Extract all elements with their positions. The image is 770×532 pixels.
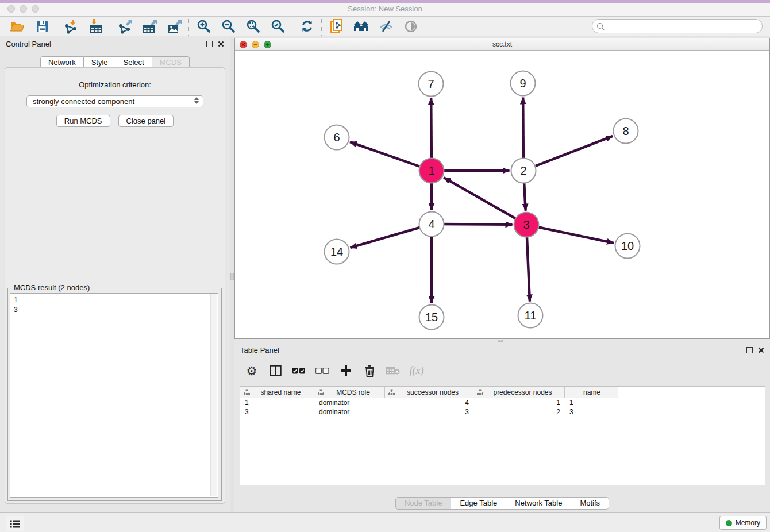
node-label-4: 4	[428, 218, 434, 230]
window-titlebar: Session: New Session	[0, 3, 770, 17]
cell-predecessor-nodes[interactable]: 2	[473, 408, 565, 416]
hide-graphics-details-icon[interactable]	[374, 18, 398, 35]
save-session-icon[interactable]	[29, 18, 54, 35]
toolbar-separator	[56, 17, 57, 36]
table-row[interactable]: 3dominator323	[240, 407, 765, 417]
toolbar-separator	[292, 17, 293, 36]
control-panel: Control Panel NetworkStyleSelectMCDS Opt…	[0, 36, 230, 512]
task-history-button[interactable]	[6, 516, 24, 531]
apply-layout-icon[interactable]	[349, 18, 374, 35]
import-table-icon[interactable]	[83, 18, 108, 35]
column-type-icon	[477, 389, 483, 395]
network-graph[interactable]: 1234678910111415	[235, 50, 769, 338]
result-scrollbar[interactable]	[210, 294, 217, 496]
column-header-name[interactable]: name	[565, 387, 618, 398]
network-window-titlebar[interactable]: scc.txt	[235, 38, 769, 51]
tab-network-table[interactable]: Network Table	[506, 497, 571, 510]
column-header-mcds-role[interactable]: MCDS role	[314, 387, 385, 398]
tab-node-table[interactable]: Node Table	[395, 497, 452, 510]
export-table-icon[interactable]	[137, 18, 162, 35]
toggle-panel-icon[interactable]	[268, 363, 282, 378]
node-label-7: 7	[428, 78, 434, 90]
deselect-all-checkboxes-icon[interactable]	[315, 363, 329, 378]
cell-predecessor-nodes[interactable]: 1	[473, 399, 565, 407]
list-icon	[10, 519, 20, 529]
column-label: name	[568, 388, 618, 396]
export-image-icon[interactable]	[162, 18, 187, 35]
apply-function-icon: f(x)	[410, 363, 424, 378]
new-network-from-selection-icon[interactable]	[324, 18, 349, 35]
zoom-out-icon[interactable]	[216, 18, 241, 35]
fit-content-icon[interactable]	[241, 18, 265, 35]
edge-1-6[interactable]	[350, 142, 432, 171]
cell-mcds-role[interactable]: dominator	[314, 408, 385, 416]
cell-shared-name[interactable]: 3	[240, 408, 314, 416]
table-panel-tabs: Node TableEdge TableNetwork TableMotifs	[234, 497, 770, 510]
select-all-checkboxes-icon[interactable]	[292, 363, 306, 378]
node-label-14: 14	[330, 245, 343, 258]
tab-style[interactable]: Style	[84, 56, 116, 68]
cell-mcds-role[interactable]: dominator	[314, 399, 385, 407]
zoom-in-icon[interactable]	[191, 18, 216, 35]
toolbar-separator	[110, 17, 111, 36]
column-type-icon	[244, 389, 250, 395]
cell-shared-name[interactable]: 1	[240, 399, 314, 407]
cell-successor-nodes[interactable]: 3	[385, 408, 473, 416]
close-panel-icon[interactable]	[758, 347, 764, 353]
column-header-predecessor-nodes[interactable]: predecessor nodes	[473, 387, 565, 398]
export-network-icon[interactable]	[113, 18, 137, 35]
cell-name[interactable]: 1	[565, 399, 618, 407]
toolbar-separator	[188, 17, 190, 36]
mcds-result-lines: 1 3	[14, 296, 18, 314]
mcds-panel: Optimization criterion: strongly connect…	[5, 67, 225, 504]
zoom-selected-icon[interactable]	[265, 18, 290, 35]
column-header-successor-nodes[interactable]: successor nodes	[385, 387, 473, 398]
edge-3-1[interactable]	[444, 178, 526, 225]
status-bar: Memory	[0, 512, 770, 532]
select-chevrons-icon	[194, 97, 199, 104]
add-column-icon[interactable]	[339, 363, 353, 378]
tab-select[interactable]: Select	[116, 56, 152, 68]
window-title: Session: New Session	[0, 5, 770, 13]
cell-name[interactable]: 3	[565, 408, 618, 416]
table-row[interactable]: 1dominator411	[240, 398, 765, 407]
splitter-grip[interactable]	[498, 340, 503, 342]
search-box[interactable]	[592, 19, 763, 33]
float-panel-icon[interactable]	[206, 41, 213, 47]
delete-columns-icon[interactable]	[363, 363, 376, 378]
tab-network[interactable]: Network	[40, 56, 84, 68]
mcds-result-group: MCDS result (2 nodes) 1 3	[7, 288, 222, 501]
memory-label: Memory	[736, 519, 760, 527]
vertical-splitter[interactable]	[230, 36, 234, 512]
memory-button[interactable]: Memory	[719, 516, 767, 530]
import-network-icon[interactable]	[59, 18, 83, 35]
control-panel-tabs: NetworkStyleSelectMCDS	[0, 56, 230, 68]
column-header-shared-name[interactable]: shared name	[240, 387, 314, 398]
tab-mcds[interactable]: MCDS	[152, 56, 190, 68]
column-settings-icon[interactable]: ⚙	[245, 363, 259, 378]
float-panel-icon[interactable]	[746, 347, 753, 353]
splitter-grip[interactable]	[230, 273, 234, 280]
mcds-result-title: MCDS result (2 nodes)	[12, 283, 91, 292]
control-panel-header: Control Panel	[0, 36, 230, 51]
refresh-view-icon[interactable]	[295, 18, 319, 35]
search-input[interactable]	[607, 21, 762, 32]
tab-motifs[interactable]: Motifs	[571, 497, 609, 510]
run-mcds-button[interactable]: Run MCDS	[56, 115, 110, 127]
close-panel-button[interactable]: Close panel	[118, 115, 174, 127]
edge-3-10[interactable]	[526, 225, 614, 243]
node-table[interactable]: shared nameMCDS rolesuccessor nodesprede…	[240, 386, 765, 485]
open-session-icon[interactable]	[5, 18, 29, 35]
mcds-result-text[interactable]: 1 3	[10, 293, 218, 498]
optimization-criterion-select[interactable]: strongly connected component	[26, 95, 203, 107]
toolbar-separator	[321, 17, 322, 36]
tab-edge-table[interactable]: Edge Table	[451, 497, 506, 510]
close-panel-icon[interactable]	[218, 41, 224, 47]
column-label: MCDS role	[324, 388, 384, 396]
control-panel-title: Control Panel	[6, 40, 51, 48]
cell-successor-nodes[interactable]: 4	[385, 399, 473, 407]
edge-2-8[interactable]	[523, 136, 613, 171]
node-label-8: 8	[622, 125, 629, 137]
show-graphics-details-icon[interactable]	[398, 18, 423, 35]
network-canvas[interactable]: 1234678910111415	[235, 50, 769, 338]
